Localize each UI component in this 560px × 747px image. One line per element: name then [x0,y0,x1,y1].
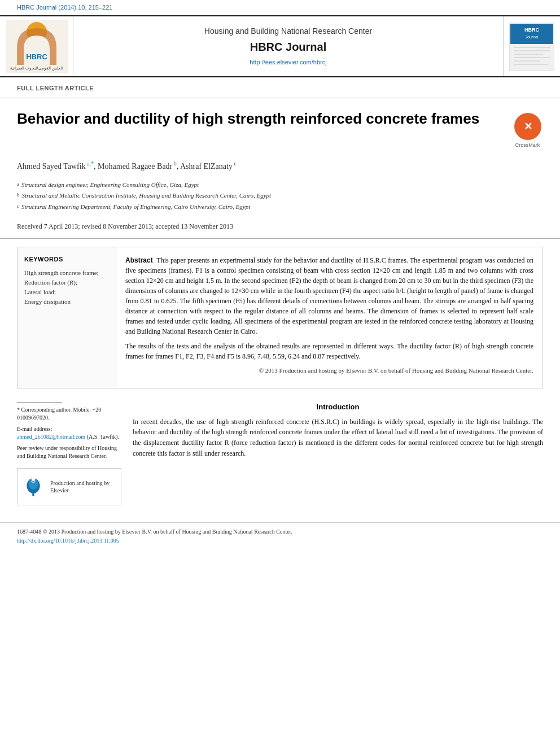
bottom-issn: 1687-4048 © 2013 Production and hosting … [17,527,543,536]
svg-text:✕: ✕ [523,121,532,132]
introduction-title: Introduction [133,402,543,412]
article-title: Behavior and ductility of high strength … [17,110,512,128]
abstract-column: Abstract This paper presents an experime… [116,247,542,388]
bottom-doi[interactable]: http://dx.doi.org/10.1016/j.hbrcj.2013.1… [17,536,543,545]
header-banner: HBRC الجلس القومي للبحوث العمرانية Housi… [0,15,560,77]
svg-text:الجلس القومي للبحوث العمرانية: الجلس القومي للبحوث العمرانية [10,66,63,71]
journal-reference: HBRC Journal (2014) 10, 215–221 [0,0,560,15]
abstract-text: Abstract This paper presents an experime… [125,255,533,375]
title-section: Behavior and ductility of high strength … [0,98,560,155]
author-1: Ahmed Sayed Tawfik [17,162,86,171]
elsevier-text: Production and hosting by Elsevier [50,479,116,494]
footnote-peer-review: Peer review under responsibility of Hous… [17,444,121,460]
article-type: FULL LENGTH ARTICLE [0,77,560,98]
elsevier-logo-box: Production and hosting by Elsevier [17,468,121,505]
introduction-text: In recent decades, the use of high stren… [133,417,543,458]
crossmark-icon: ✕ [514,112,542,141]
abstract-block: KEYWORDS High strength concrete frame; R… [17,247,543,388]
elsevier-logo-icon [22,473,45,500]
email-link[interactable]: ahmed_261082@hotmail.com [17,434,85,440]
header-center: Housing and Building National Research C… [73,16,504,76]
keyword-2: Reduction factor (R); [24,278,109,286]
keywords-title: KEYWORDS [24,255,109,264]
affiliation-b: b Structural and Metallic Construction I… [17,191,543,201]
affiliation-c: c Structural Engineering Department, Fac… [17,202,543,212]
abstract-label: Abstract [125,256,153,264]
crossmark-badge[interactable]: ✕ CrossMark [512,112,543,149]
header-logo-left: HBRC الجلس القومي للبحوث العمرانية [0,16,73,76]
abstract-copyright: © 2013 Production and hosting by Elsevie… [125,366,533,375]
svg-text:HBRC: HBRC [524,27,539,33]
right-column: Introduction In recent decades, the use … [133,402,543,505]
affiliation-a: a Structural design engineer, Engineerin… [17,180,543,190]
journal-name-header: HBRC Journal [250,39,327,55]
hbrc-logo-left-svg: HBRC الجلس القومي للبحوث العمرانية [6,20,68,73]
bottom-bar: 1687-4048 © 2013 Production and hosting … [0,522,560,550]
svg-text:Journal: Journal [526,35,539,39]
dates-section: Received 7 April 2013; revised 8 Novembe… [0,217,560,239]
journal-url[interactable]: http://ees.elsevier.com/hbrcj [250,58,326,67]
crossmark-label: CrossMark [515,142,540,149]
footnote-email: E-mail address: ahmed_261082@hotmail.com… [17,425,121,441]
email-label: E-mail address: [17,426,52,432]
keyword-3: Lateral load; [24,288,109,296]
main-content: * Corresponding author. Mobile: +20 0100… [0,396,560,511]
left-column: * Corresponding author. Mobile: +20 0100… [17,402,121,505]
author-2: Mohamed Ragaee Badr [98,162,172,171]
keywords-column: KEYWORDS High strength concrete frame; R… [18,247,116,388]
institute-name: Housing and Building National Research C… [204,26,372,37]
header-logo-right: HBRC Journal [504,16,560,76]
footnote-divider [17,402,62,403]
svg-text:HBRC: HBRC [26,53,47,61]
email-suffix: (A.S. Tawfik). [87,434,119,440]
affiliations-section: a Structural design engineer, Engineerin… [0,176,560,218]
hbrc-logo-right-svg: HBRC Journal [509,23,554,71]
author-3: Ashraf ElZanaty [180,162,233,171]
authors-section: Ahmed Sayed Tawfik a,*, Mohamed Ragaee B… [0,154,560,175]
keyword-1: High strength concrete frame; [24,269,109,277]
abstract-paragraph-2: The results of the tests and the analysi… [125,341,533,361]
keyword-4: Energy dissipation [24,298,109,305]
svg-point-20 [32,477,36,481]
abstract-paragraph-1: This paper presents an experimental stud… [125,256,533,335]
footnote-corresponding: * Corresponding author. Mobile: +20 0100… [17,406,121,422]
